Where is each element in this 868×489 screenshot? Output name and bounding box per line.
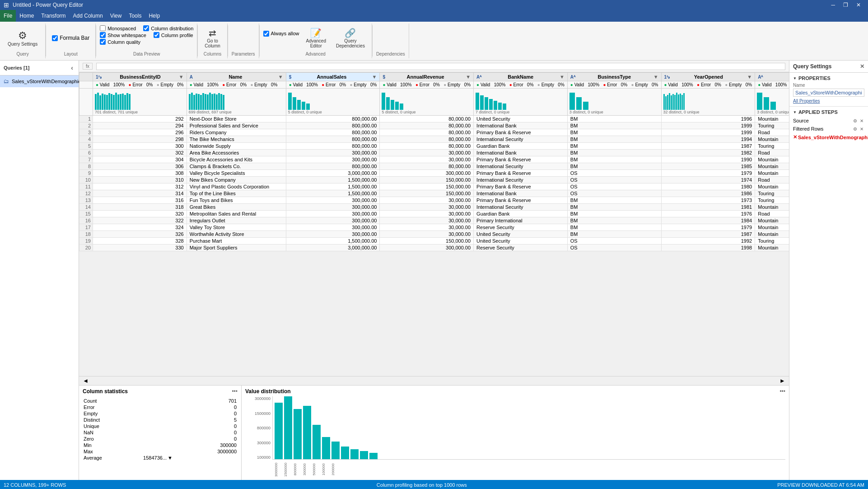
column-distribution-checkbox[interactable] (143, 25, 149, 31)
bar-7[interactable] (331, 442, 340, 459)
bar-5[interactable] (313, 425, 321, 459)
menu-item-transform[interactable]: Transform (37, 10, 69, 22)
show-whitespace-checkbox-label[interactable]: Show whitespace (100, 32, 146, 38)
menu-item-help[interactable]: Help (145, 10, 163, 22)
businesstype-filter-icon[interactable]: ▼ (653, 74, 658, 80)
query-item-sales[interactable]: 🗂 Sales_vStoreWithDemographics (0, 75, 79, 87)
menu-item-view[interactable]: View (107, 10, 126, 22)
formula-bar-checkbox[interactable] (52, 35, 58, 41)
cell-yearopened: 1992 (661, 238, 755, 244)
cell-name: Professional Sales and Service (187, 122, 286, 129)
menu-item-home[interactable]: Home (16, 10, 37, 22)
cell-businesstype: BM (567, 136, 661, 143)
col-header-name: A Name ▼ (187, 73, 286, 81)
cell-specialty: Road (755, 211, 789, 217)
collapse-queries-button[interactable]: ‹ (69, 63, 75, 72)
quality-cell-businesstype: ● Valid 100% ● Error 0% ● Empty 0% (567, 81, 661, 89)
bar-1[interactable] (275, 403, 283, 459)
column-profile-checkbox[interactable] (154, 32, 159, 38)
name-prop-input[interactable] (793, 89, 864, 97)
step-sales-demographics[interactable]: ✕ Sales_vStoreWithDemographics (793, 133, 864, 141)
x-label-2: 1500000 (284, 461, 292, 479)
query-settings-button[interactable]: ⚙ Query Settings (4, 28, 42, 49)
advanced-editor-button[interactable]: 📝 AdvancedEditor (303, 25, 329, 51)
menu-item-file[interactable]: File (0, 10, 16, 22)
quality-cell-yearopened: ● Valid 100% ● Error 0% ● Empty 0% (661, 81, 755, 89)
cell-annualrevenue: 30,000.00 (380, 156, 474, 163)
monospaced-checkbox[interactable] (100, 25, 106, 31)
cell-name: Riders Company (187, 129, 286, 136)
cell-bankname: Reserve Security (474, 224, 568, 231)
cell-specialty: Mountain (755, 163, 789, 170)
step-source-gear[interactable]: ⚙ (852, 118, 858, 123)
always-allow-checkbox[interactable] (263, 31, 269, 37)
bar-9[interactable] (350, 449, 359, 459)
minimize-button[interactable]: ─ (827, 0, 839, 10)
cell-specialty: Mountain (755, 136, 789, 143)
step-source-name: Source (793, 118, 809, 123)
ribbon-group-query: ⚙ Query Settings Query (0, 24, 46, 58)
bar-10[interactable] (360, 451, 368, 459)
stats-expand-icon[interactable]: ▼ (168, 455, 173, 461)
column-quality-checkbox[interactable] (100, 39, 106, 45)
bar-8[interactable] (341, 447, 349, 459)
cell-businesstype: BM (567, 163, 661, 170)
bar-11[interactable] (369, 453, 378, 459)
step-source[interactable]: Source ⚙ ✕ (793, 117, 864, 125)
yearopened-col-name: YearOpened (672, 74, 745, 80)
value-dist-menu[interactable]: ••• (779, 388, 785, 395)
show-whitespace-checkbox[interactable] (100, 32, 106, 38)
annualsales-filter-icon[interactable]: ▼ (372, 74, 377, 80)
formula-bar-input[interactable] (96, 63, 785, 70)
step-filtered-rows[interactable]: Filtered Rows ⚙ ✕ (793, 125, 864, 133)
go-to-column-button[interactable]: ⇄ Go toColumn (201, 25, 223, 51)
column-stats-panel: Column statistics ••• Count701 Error0 Em… (79, 386, 242, 480)
annualrevenue-filter-icon[interactable]: ▼ (466, 74, 471, 80)
always-allow-checkbox-label[interactable]: Always allow (263, 31, 299, 37)
stat-row-zero: Zero0 (84, 436, 237, 442)
cell-businessentityid: 306 (93, 163, 187, 170)
x-label-7: 200000 (331, 461, 339, 479)
query-dependencies-button[interactable]: 🔗 QueryDependencies (333, 25, 368, 51)
cell-yearopened: 1979 (661, 224, 755, 231)
cell-businesstype: BM (567, 197, 661, 204)
menu-item-tools[interactable]: Tools (125, 10, 145, 22)
all-properties-link[interactable]: All Properties (793, 99, 864, 103)
name-filter-icon[interactable]: ▼ (278, 74, 283, 80)
show-whitespace-label: Show whitespace (107, 33, 146, 38)
menu-item-addcolumn[interactable]: Add Column (70, 10, 107, 22)
cell-name: Great Bikes (187, 204, 286, 211)
ribbon-group-advanced-title: Advanced (263, 51, 368, 56)
table-scroll-area[interactable]: 1²₃ BusinessEntityID ▼ A Name ▼ (79, 72, 789, 376)
cell-bankname: Guardian Bank (474, 211, 568, 217)
close-button[interactable]: ✕ (853, 0, 864, 10)
restore-button[interactable]: ❐ (840, 0, 852, 10)
stat-label-max: Max (84, 449, 142, 454)
cell-specialty: Road (755, 177, 789, 183)
cell-businesstype: BM (567, 122, 661, 129)
column-stats-menu[interactable]: ••• (232, 388, 238, 395)
businessentityid-filter-icon[interactable]: ▼ (179, 74, 184, 80)
cell-annualsales: 800,000.00 (286, 136, 380, 143)
step-filtered-delete[interactable]: ✕ (859, 127, 864, 132)
bar-3[interactable] (294, 409, 302, 459)
column-profile-checkbox-label[interactable]: Column profile (154, 32, 193, 38)
row-number: 17 (79, 224, 93, 231)
cell-annualrevenue: 30,000.00 (380, 204, 474, 211)
bar-6[interactable] (322, 437, 330, 459)
cell-businesstype: BM (567, 217, 661, 224)
column-distribution-checkbox-label[interactable]: Column distribution (143, 25, 193, 31)
formula-bar-toggle[interactable]: Formula Bar (50, 33, 92, 42)
monospaced-checkbox-label[interactable]: Monospaced (100, 25, 136, 31)
step-filtered-gear[interactable]: ⚙ (852, 127, 858, 132)
bar-2[interactable] (284, 396, 292, 459)
cell-businesstype: BM (567, 231, 661, 238)
scroll-right-button[interactable]: ► (779, 377, 785, 384)
bankname-filter-icon[interactable]: ▼ (560, 74, 565, 80)
bar-4[interactable] (303, 406, 311, 459)
scroll-left-button[interactable]: ◄ (83, 377, 89, 384)
close-query-settings-button[interactable]: ✕ (860, 63, 864, 70)
step-source-delete[interactable]: ✕ (859, 118, 864, 123)
column-quality-checkbox-label[interactable]: Column quality (100, 39, 140, 45)
yearopened-filter-icon[interactable]: ▼ (747, 74, 752, 80)
